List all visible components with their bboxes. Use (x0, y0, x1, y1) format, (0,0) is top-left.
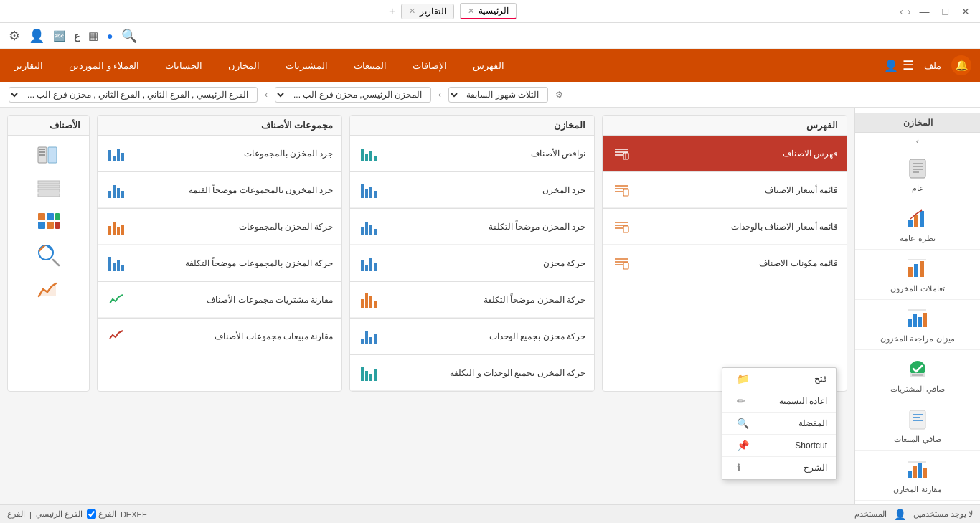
price-list-card[interactable]: قائمه أسعار الاصناف (603, 172, 847, 208)
context-rename-icon: ✏ (737, 395, 745, 407)
group-movement-cost-card[interactable]: حركة المخزن بالمجموعات موضحاً التكلفة (98, 245, 341, 281)
nav-sales[interactable]: المبيعات (348, 57, 392, 74)
sidebar-item-transactions[interactable]: تعاملات المخزون (855, 250, 980, 300)
group-inventory-value-card[interactable]: جرد المخزون بالمجموعات موضحاً القيمة (98, 172, 341, 208)
profile-icon[interactable]: 👤 (884, 59, 898, 72)
svg-rect-57 (38, 189, 60, 192)
search-app-icon[interactable]: 🔍 (121, 28, 137, 44)
svg-rect-60 (47, 213, 54, 220)
nav-clients[interactable]: العملاء و الموردين (63, 57, 145, 74)
translate-icon[interactable]: 🔤 (53, 30, 65, 42)
warehouse-all-cost-card[interactable]: حركة المخزن بجميع الوحدات و التكلفة (350, 355, 594, 391)
branch-label: الفرع (7, 509, 25, 519)
svg-rect-6 (914, 215, 918, 227)
context-favorites-label: المفضلة (798, 418, 827, 428)
warehouse-movement-card[interactable]: حركة مخزن (350, 245, 594, 281)
nav-purchases[interactable]: المشتريات (280, 57, 334, 74)
sidebar-item-general[interactable]: عام (855, 149, 980, 199)
catalogue-items-card[interactable]: فهرس الاصناف (603, 136, 847, 171)
nav-profile[interactable]: ملف (918, 57, 947, 74)
group-sales-card[interactable]: مقارنة مبيعات مجموعات الأصناف (98, 319, 341, 354)
maximize-btn[interactable]: □ (938, 4, 953, 19)
barcode-icon[interactable]: ▦ (88, 29, 98, 42)
shortage-card[interactable]: نواقص الأصناف (350, 136, 594, 171)
group-purchases-icon (106, 290, 126, 310)
sidebar-expand-arrow[interactable]: › (855, 133, 980, 149)
item-icon-5[interactable] (36, 276, 62, 304)
nav-forward[interactable]: › (900, 6, 903, 17)
context-explain[interactable]: الشرح ℹ (722, 457, 836, 479)
nav-reports[interactable]: التقارير (9, 57, 49, 74)
nav-catalogue[interactable]: الفهرس (467, 57, 510, 74)
tab-home-close[interactable]: ✕ (468, 6, 474, 16)
hamburger-icon[interactable]: ☰ (903, 57, 914, 73)
nav-additions[interactable]: الإضافات (407, 57, 453, 74)
sidebar-item-overview[interactable]: نظرة عامة (855, 199, 980, 250)
user-app-icon[interactable]: 👤 (29, 28, 44, 44)
sidebar-item-compare[interactable]: مقارنة المخازن (855, 451, 980, 501)
period-select[interactable]: الثلاث شهور السابقة (448, 87, 548, 103)
components-card[interactable]: قائمه مكونات الاصناف (603, 245, 847, 281)
svg-rect-64 (55, 222, 60, 229)
price-list-label: قائمه أسعار الاصناف (636, 185, 838, 195)
branch-checkbox[interactable] (87, 509, 96, 519)
item-icon-4[interactable] (36, 242, 62, 270)
item-icon-3[interactable] (36, 209, 62, 237)
svg-rect-45 (623, 226, 628, 232)
svg-rect-62 (38, 222, 45, 229)
overview-label: نظرة عامة (900, 234, 935, 243)
warehouse-all-cost-icon (359, 363, 379, 383)
arrow-sep-2: › (265, 90, 268, 100)
warehouse-movement-cost-card[interactable]: حركة المخزن موضحاً التكلفة (350, 282, 594, 318)
tab-reports-label: التقارير (420, 6, 446, 17)
group-movement-card[interactable]: حركة المخزن بالمجموعات (98, 209, 341, 245)
bell-icon[interactable]: 🔔 (951, 55, 971, 75)
items-icons-area (8, 136, 89, 310)
items-section: الأصناف (7, 115, 90, 392)
inventory-icon (359, 180, 379, 200)
warehouse-select[interactable]: المخزن الرئيسي, مخزن فرع الب ... (275, 87, 431, 103)
group-inventory-card[interactable]: جرد المخزن بالمجموعات (98, 136, 341, 171)
inventory-cost-card[interactable]: جرد المخزن موضحاً التكلفة (350, 209, 594, 245)
tab-reports-close[interactable]: ✕ (409, 6, 415, 16)
tab-home-label: الرئيسية (479, 6, 509, 16)
no-users-label: لا يوجد مستخدمين (913, 509, 973, 519)
nav-back[interactable]: ‹ (908, 6, 911, 17)
filter-icon[interactable]: ⚙ (555, 90, 563, 100)
arabic-letter-icon[interactable]: ع (74, 30, 80, 42)
warehouse-all-units-card[interactable]: حركة مخزن بجميع الوحدات (350, 319, 594, 354)
svg-rect-7 (920, 211, 924, 227)
svg-rect-0 (910, 159, 925, 178)
item-icon-2[interactable] (36, 175, 62, 203)
item-icon-1[interactable] (36, 141, 62, 169)
svg-rect-56 (38, 185, 60, 188)
tab-reports[interactable]: التقارير ✕ (401, 4, 454, 19)
context-shortcut[interactable]: Shortcut 📌 (722, 435, 836, 457)
warehouses-section: المخازن نواقص الأصناف جرد المخزن (349, 115, 595, 392)
context-open[interactable]: فتح 📁 (722, 368, 836, 390)
sidebar-title[interactable]: المخازن (855, 113, 980, 133)
context-rename-label: اعادة التسمية (779, 396, 827, 406)
svg-rect-9 (914, 264, 918, 277)
sidebar-item-balance[interactable]: ميزان مراجعة المخزون (855, 300, 980, 350)
price-list-units-card[interactable]: قائمه أسعار الاصناف بالوحدات (603, 209, 847, 245)
group-purchases-card[interactable]: مقارنة مشتريات مجموعات الأصناف (98, 282, 341, 318)
branch-select[interactable]: الفرع الرئيسي , الفرع الثاني , الفرع الث… (9, 87, 258, 103)
context-favorites[interactable]: المفضلة 🔍 (722, 413, 836, 435)
svg-rect-61 (55, 213, 60, 220)
close-btn[interactable]: ✕ (957, 4, 974, 19)
new-tab-btn[interactable]: + (389, 5, 395, 18)
inventory-card[interactable]: جرد المخزن (350, 172, 594, 208)
context-rename[interactable]: اعادة التسمية ✏ (722, 390, 836, 413)
sidebar-item-purchases[interactable]: صافي المشتريات (855, 350, 980, 400)
nav-accounts[interactable]: الحسابات (159, 57, 208, 74)
sidebar-item-sales[interactable]: صافي المبيعات (855, 400, 980, 451)
nav-warehouses[interactable]: المخازن (222, 57, 265, 74)
main-nav-right: 🔔 ملف ☰ 👤 (884, 55, 971, 75)
section-row-top: الفهرس فهرس الاصناف (7, 115, 847, 392)
tab-home[interactable]: الرئيسية ✕ (460, 3, 517, 19)
minimize-btn[interactable]: — (915, 4, 934, 19)
catalogue-title: الفهرس (603, 116, 847, 136)
settings-app-icon[interactable]: ⚙ (9, 28, 20, 44)
circle-icon[interactable]: ● (107, 30, 113, 42)
